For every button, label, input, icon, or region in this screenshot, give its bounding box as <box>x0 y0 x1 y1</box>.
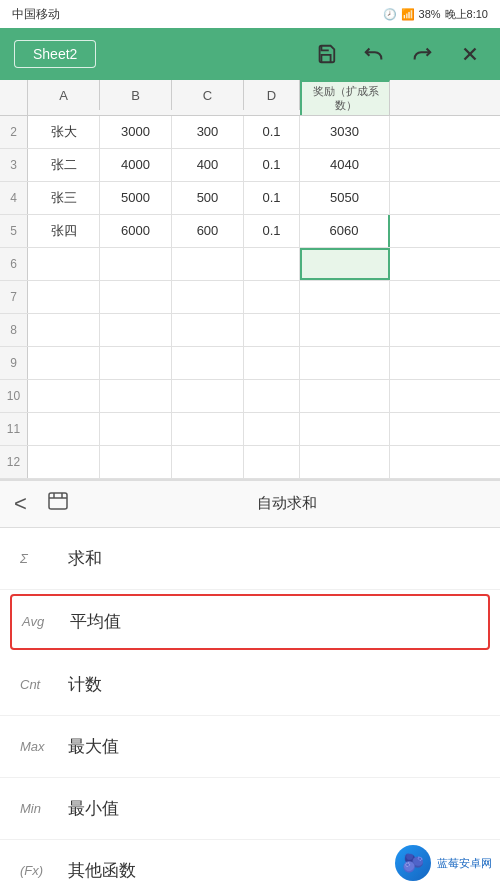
cell-c[interactable] <box>172 413 244 445</box>
cell-c[interactable] <box>172 380 244 412</box>
cell-d[interactable] <box>244 446 300 478</box>
cell-d[interactable]: 0.1 <box>244 149 300 181</box>
table-row[interactable]: 8 <box>0 314 500 347</box>
cell-d[interactable] <box>244 413 300 445</box>
cell-c[interactable]: 600 <box>172 215 244 247</box>
cell-a[interactable] <box>28 446 100 478</box>
row-number: 7 <box>0 281 28 313</box>
col-header-d[interactable]: D <box>244 80 300 110</box>
cell-d[interactable]: 0.1 <box>244 116 300 148</box>
table-row[interactable]: 3 张二 4000 400 0.1 4040 <box>0 149 500 182</box>
cell-b[interactable] <box>100 347 172 379</box>
cell-b[interactable]: 6000 <box>100 215 172 247</box>
table-row[interactable]: 12 <box>0 446 500 479</box>
calendar-icon <box>47 490 69 512</box>
save-icon <box>315 43 337 65</box>
cell-d[interactable] <box>244 248 300 280</box>
row-number: 3 <box>0 149 28 181</box>
back-button[interactable]: < <box>14 491 27 517</box>
cell-d[interactable] <box>244 380 300 412</box>
wifi-icon: 📶 <box>401 8 415 21</box>
cell-b[interactable] <box>100 380 172 412</box>
cell-e[interactable] <box>300 380 390 412</box>
cell-c[interactable] <box>172 314 244 346</box>
cell-a[interactable]: 张四 <box>28 215 100 247</box>
cell-b[interactable] <box>100 281 172 313</box>
undo-button[interactable] <box>358 38 390 70</box>
cell-b[interactable] <box>100 446 172 478</box>
cell-a[interactable] <box>28 248 100 280</box>
cell-a[interactable] <box>28 281 100 313</box>
cell-c[interactable]: 300 <box>172 116 244 148</box>
cell-b[interactable]: 3000 <box>100 116 172 148</box>
cell-e[interactable]: 6060 <box>300 215 390 247</box>
cell-a[interactable]: 张二 <box>28 149 100 181</box>
formula-bar: < 自动求和 <box>0 480 500 528</box>
watermark-text: 蓝莓安卓网 <box>437 856 492 871</box>
table-row[interactable]: 7 <box>0 281 500 314</box>
menu-item[interactable]: Avg 平均值 <box>10 594 490 650</box>
cell-e[interactable] <box>300 248 390 280</box>
menu-item-label: 最小值 <box>68 797 119 820</box>
cell-c[interactable] <box>172 248 244 280</box>
sheet-tab[interactable]: Sheet2 <box>14 40 96 68</box>
cell-a[interactable] <box>28 380 100 412</box>
redo-icon <box>411 43 433 65</box>
row-number: 5 <box>0 215 28 247</box>
cell-c[interactable] <box>172 281 244 313</box>
cell-c[interactable] <box>172 446 244 478</box>
cell-a[interactable]: 张大 <box>28 116 100 148</box>
cell-e[interactable] <box>300 413 390 445</box>
cell-b[interactable] <box>100 413 172 445</box>
col-header-a[interactable]: A <box>28 80 100 110</box>
cell-a[interactable] <box>28 413 100 445</box>
cell-e[interactable]: 5050 <box>300 182 390 214</box>
menu-item[interactable]: Σ 求和 <box>0 528 500 590</box>
cell-e[interactable]: 4040 <box>300 149 390 181</box>
svg-rect-2 <box>49 493 67 509</box>
redo-button[interactable] <box>406 38 438 70</box>
cell-b[interactable]: 4000 <box>100 149 172 181</box>
cell-e[interactable] <box>300 314 390 346</box>
col-header-b[interactable]: B <box>100 80 172 110</box>
cell-c[interactable] <box>172 347 244 379</box>
cell-e[interactable] <box>300 347 390 379</box>
row-number: 9 <box>0 347 28 379</box>
table-row[interactable]: 9 <box>0 347 500 380</box>
table-row[interactable]: 10 <box>0 380 500 413</box>
cell-d[interactable]: 0.1 <box>244 215 300 247</box>
menu-item[interactable]: Max 最大值 <box>0 716 500 778</box>
menu-item-label: 最大值 <box>68 735 119 758</box>
menu-item[interactable]: Min 最小值 <box>0 778 500 840</box>
cell-d[interactable] <box>244 281 300 313</box>
col-header-c[interactable]: C <box>172 80 244 110</box>
status-icons: 🕗 📶 38% 晚上8:10 <box>383 7 488 22</box>
cell-e[interactable] <box>300 446 390 478</box>
table-row[interactable]: 4 张三 5000 500 0.1 5050 <box>0 182 500 215</box>
cell-c[interactable]: 400 <box>172 149 244 181</box>
grid-icon[interactable] <box>47 490 69 518</box>
cell-d[interactable]: 0.1 <box>244 182 300 214</box>
toolbar: Sheet2 <box>0 28 500 80</box>
cell-a[interactable] <box>28 314 100 346</box>
formula-bar-title: 自动求和 <box>89 494 486 513</box>
cell-d[interactable] <box>244 314 300 346</box>
cell-e[interactable] <box>300 281 390 313</box>
save-button[interactable] <box>310 38 342 70</box>
close-button[interactable] <box>454 38 486 70</box>
menu-item[interactable]: Cnt 计数 <box>0 654 500 716</box>
table-row[interactable]: 5 张四 6000 600 0.1 6060 <box>0 215 500 248</box>
col-header-e[interactable]: 奖励（扩成系数） <box>300 80 390 115</box>
cell-a[interactable]: 张三 <box>28 182 100 214</box>
cell-c[interactable]: 500 <box>172 182 244 214</box>
cell-b[interactable]: 5000 <box>100 182 172 214</box>
cell-b[interactable] <box>100 248 172 280</box>
cell-d[interactable] <box>244 347 300 379</box>
cell-a[interactable] <box>28 347 100 379</box>
cell-e[interactable]: 3030 <box>300 116 390 148</box>
table-row[interactable]: 6 <box>0 248 500 281</box>
cell-b[interactable] <box>100 314 172 346</box>
menu-item-key: Min <box>20 801 68 816</box>
table-row[interactable]: 2 张大 3000 300 0.1 3030 <box>0 116 500 149</box>
table-row[interactable]: 11 <box>0 413 500 446</box>
